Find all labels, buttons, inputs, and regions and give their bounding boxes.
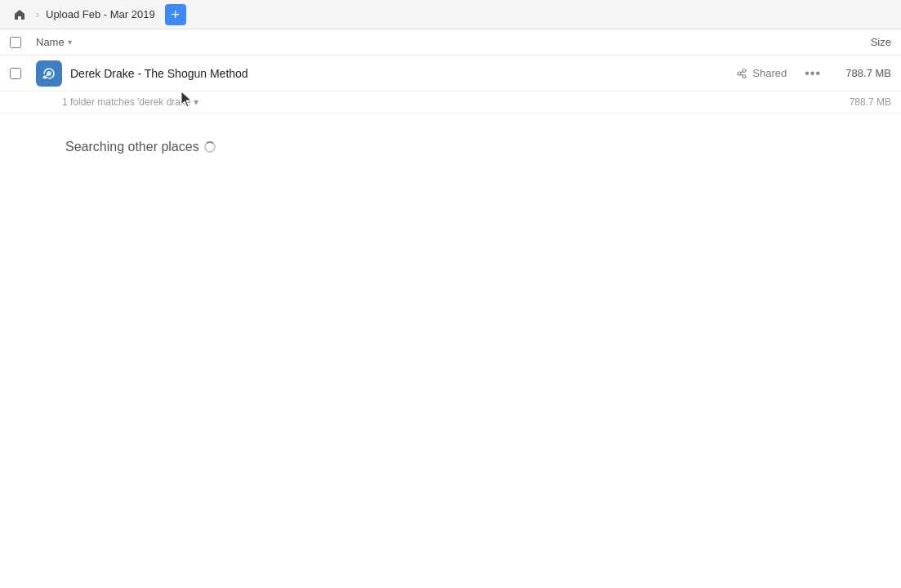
file-size: 788.7 MB (826, 67, 891, 79)
column-header: Name ▾ Size (0, 29, 901, 56)
file-name: Derek Drake - The Shogun Method (70, 67, 736, 80)
add-button[interactable]: + (165, 4, 186, 25)
summary-text: 1 folder matches 'derek drake ▾ (62, 96, 826, 108)
size-column-header: Size (826, 36, 891, 48)
file-row-checkbox[interactable] (10, 68, 29, 79)
file-icon (36, 60, 62, 87)
svg-point-0 (43, 75, 47, 78)
searching-text: Searching other places (65, 140, 199, 154)
file-select-input[interactable] (10, 68, 21, 79)
header-bar: › Upload Feb - Mar 2019 + (0, 0, 901, 29)
breadcrumb-separator: › (36, 9, 39, 20)
shared-indicator: Shared (736, 67, 787, 79)
summary-row: 1 folder matches 'derek drake ▾ 788.7 MB (0, 91, 901, 114)
svg-point-5 (743, 74, 746, 78)
sort-arrow-icon: ▾ (68, 38, 72, 47)
summary-size: 788.7 MB (826, 96, 891, 108)
svg-line-6 (741, 71, 743, 73)
svg-point-4 (743, 69, 746, 72)
loading-spinner (204, 141, 216, 153)
name-column-label: Name (36, 36, 65, 48)
select-all-checkbox[interactable] (10, 37, 29, 48)
shared-label: Shared (752, 67, 787, 79)
searching-section: Searching other places (0, 114, 901, 164)
home-button[interactable] (10, 5, 29, 24)
searching-label: Searching other places (65, 140, 891, 154)
select-all-input[interactable] (10, 37, 21, 48)
svg-point-3 (738, 72, 741, 75)
file-row[interactable]: Derek Drake - The Shogun Method Shared •… (0, 56, 901, 91)
svg-line-1 (46, 74, 48, 76)
more-options-button[interactable]: ••• (800, 65, 826, 82)
name-column-header[interactable]: Name ▾ (36, 36, 826, 48)
svg-line-7 (741, 74, 743, 75)
breadcrumb-label: Upload Feb - Mar 2019 (46, 8, 155, 20)
